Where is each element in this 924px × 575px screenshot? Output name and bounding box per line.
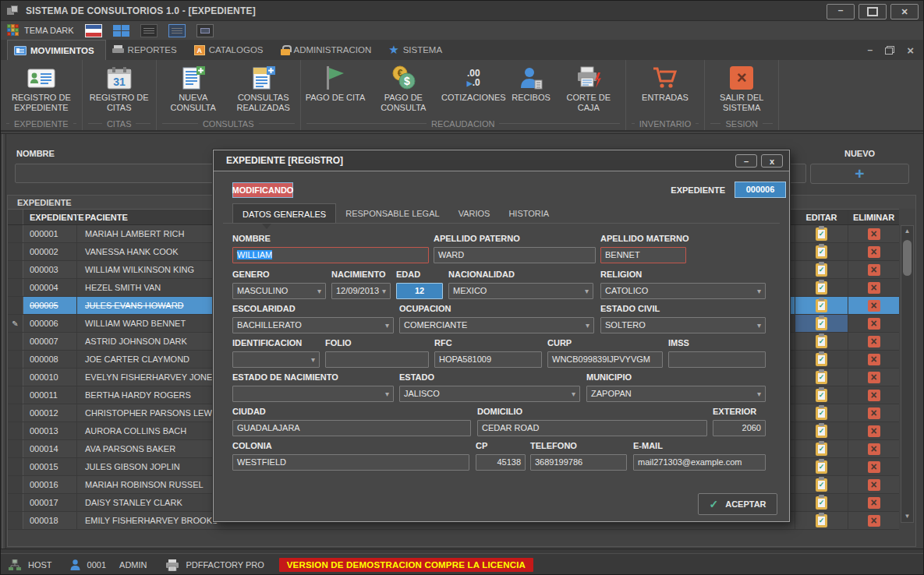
identificacion-select[interactable] xyxy=(232,351,320,368)
dialog-tab-historia[interactable]: HISTORIA xyxy=(499,203,558,224)
expediente-cell[interactable]: 000014 xyxy=(23,440,76,457)
edit-cell[interactable] xyxy=(795,440,848,457)
edit-cell[interactable] xyxy=(795,404,848,422)
expediente-cell[interactable]: 000001 xyxy=(23,225,76,242)
entradas-button[interactable]: ENTRADAS xyxy=(639,62,691,104)
dialog-tab-varios[interactable]: VARIOS xyxy=(449,203,500,224)
delete-cell[interactable]: × xyxy=(848,261,899,278)
estado-civil-select[interactable]: SOLTERO xyxy=(600,317,766,333)
edit-cell[interactable] xyxy=(795,386,848,404)
row-selector[interactable] xyxy=(8,386,23,404)
row-selector[interactable] xyxy=(8,225,23,242)
expediente-cell[interactable]: 000003 xyxy=(23,261,76,278)
edit-icon[interactable] xyxy=(816,281,827,295)
nueva-consulta-button[interactable]: NUEVA CONSULTA xyxy=(159,62,228,114)
delete-cell[interactable]: × xyxy=(848,404,899,422)
delete-cell[interactable]: × xyxy=(848,386,899,404)
row-selector[interactable] xyxy=(8,440,23,457)
edit-cell[interactable] xyxy=(795,476,848,493)
delete-icon[interactable]: × xyxy=(868,407,880,419)
delete-cell[interactable]: × xyxy=(848,351,899,368)
edit-icon[interactable] xyxy=(816,228,827,241)
rows-blue-icon[interactable] xyxy=(168,24,186,37)
delete-cell[interactable]: × xyxy=(848,297,899,314)
mdi-minimize-button[interactable] xyxy=(868,44,873,55)
rows-dark-icon[interactable] xyxy=(140,24,158,37)
pago-de-cita-button[interactable]: PAGO DE CITA xyxy=(303,62,368,104)
close-button[interactable] xyxy=(890,4,919,19)
row-selector[interactable] xyxy=(8,476,23,493)
edit-cell[interactable] xyxy=(795,494,848,511)
expediente-cell[interactable]: 000011 xyxy=(23,386,76,404)
folio-field[interactable] xyxy=(325,351,429,368)
scroll-down-icon[interactable]: ▼ xyxy=(901,511,913,522)
mdi-restore-button[interactable] xyxy=(885,46,894,55)
delete-cell[interactable]: × xyxy=(848,225,899,242)
delete-icon[interactable]: × xyxy=(868,228,880,240)
expediente-cell[interactable]: 000013 xyxy=(23,422,76,439)
delete-cell[interactable]: × xyxy=(848,476,899,493)
expediente-cell[interactable]: 000012 xyxy=(23,404,76,422)
apellido-materno-field[interactable]: BENNET xyxy=(600,247,686,263)
escolaridad-select[interactable]: BACHILLERATO xyxy=(232,317,394,333)
religion-select[interactable]: CATOLICO xyxy=(600,283,766,299)
colonia-field[interactable]: WESTFIELD xyxy=(232,454,469,471)
salir-del-sistema-button[interactable]: ×SALIR DEL SISTEMA xyxy=(707,62,776,114)
expediente-cell[interactable]: 000018 xyxy=(23,512,76,529)
edit-icon[interactable] xyxy=(816,443,827,456)
expediente-cell[interactable]: 000016 xyxy=(23,476,76,493)
domicilio-field[interactable]: CEDAR ROAD xyxy=(477,420,707,436)
row-selector[interactable] xyxy=(8,458,23,475)
ribbon-tab-administracion[interactable]: ADMINISTRACION xyxy=(274,40,383,60)
delete-cell[interactable]: × xyxy=(848,440,899,457)
edit-icon[interactable] xyxy=(816,496,827,510)
delete-cell[interactable]: × xyxy=(848,512,899,529)
expediente-cell[interactable]: 000002 xyxy=(23,243,76,260)
delete-icon[interactable]: × xyxy=(868,425,880,437)
edit-cell[interactable] xyxy=(795,279,848,296)
delete-cell[interactable]: × xyxy=(848,243,899,260)
ciudad-field[interactable]: GUADALAJARA xyxy=(232,420,471,436)
email-field[interactable]: mail271303@example.com xyxy=(633,454,766,471)
row-selector[interactable] xyxy=(8,297,23,314)
estado-select[interactable]: JALISCO xyxy=(399,386,580,402)
edit-icon[interactable] xyxy=(816,460,827,474)
delete-icon[interactable]: × xyxy=(868,443,880,455)
edit-cell[interactable] xyxy=(795,333,848,350)
ribbon-tab-sistema[interactable]: ★SISTEMA xyxy=(382,40,453,60)
mdi-close-button[interactable] xyxy=(907,44,914,55)
edit-icon[interactable] xyxy=(816,335,827,348)
row-selector[interactable] xyxy=(8,261,23,278)
frame-icon[interactable] xyxy=(196,24,214,37)
edit-cell[interactable] xyxy=(795,261,848,278)
edit-icon[interactable] xyxy=(816,478,827,492)
edit-cell[interactable] xyxy=(795,512,848,529)
expediente-cell[interactable]: 000004 xyxy=(23,279,76,296)
dialog-minimize-button[interactable]: – xyxy=(735,154,757,168)
pago-de-consulta-button[interactable]: €$PAGO DE CONSULTA xyxy=(369,62,437,114)
delete-cell[interactable]: × xyxy=(848,494,899,511)
curp-field[interactable]: WNCB099839IJPVYVGM xyxy=(547,351,663,368)
delete-icon[interactable]: × xyxy=(868,479,880,491)
registro-de-expediente-button[interactable]: REGISTRO DE EXPEDIENTE xyxy=(7,62,76,114)
delete-cell[interactable]: × xyxy=(848,315,899,332)
exterior-field[interactable]: 2060 xyxy=(713,420,766,436)
edit-cell[interactable] xyxy=(795,243,848,260)
corte-de-caja-button[interactable]: CORTE DE CAJA xyxy=(554,62,623,114)
nombre-field[interactable]: WILLIAM xyxy=(232,247,429,263)
delete-cell[interactable]: × xyxy=(848,458,899,475)
delete-cell[interactable]: × xyxy=(848,279,899,296)
row-selector[interactable] xyxy=(8,351,23,368)
row-selector[interactable] xyxy=(8,422,23,439)
edit-icon[interactable] xyxy=(816,317,827,330)
row-selector[interactable] xyxy=(8,243,23,260)
edit-icon[interactable] xyxy=(816,514,827,527)
expediente-cell[interactable]: 000017 xyxy=(23,494,76,511)
cotizaciones-button[interactable]: .00▶.0COTIZACIONES xyxy=(439,62,508,104)
theme-selector[interactable]: TEMA DARK xyxy=(7,24,74,37)
nacionalidad-select[interactable]: MEXICO xyxy=(448,283,593,299)
flag-icon[interactable] xyxy=(85,24,102,37)
maximize-button[interactable] xyxy=(859,4,887,19)
new-record-button[interactable] xyxy=(810,164,909,184)
delete-cell[interactable]: × xyxy=(848,333,899,350)
